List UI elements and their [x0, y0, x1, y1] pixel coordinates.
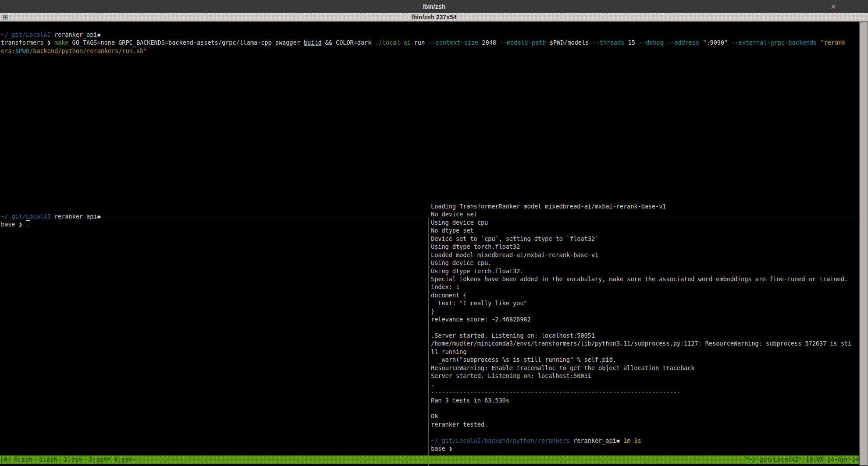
terminal-text-segment: ~/_git/LocalAI: [1, 213, 51, 220]
terminal-text-segment: --external-grpc-backends: [731, 39, 817, 46]
terminal-line: base ❯: [431, 445, 858, 452]
terminal-text-segment: No device set: [431, 211, 477, 218]
terminal-line: .: [431, 380, 858, 388]
terminal-line: ~/_git/LocalAI reranker_api✱: [1, 31, 860, 39]
terminal-text-segment: _warn("subprocess %s is still running" %…: [431, 356, 616, 363]
terminal-text-segment: index: 1: [431, 283, 459, 290]
terminal-line: Loading TransformerRanker model mixedbre…: [431, 202, 858, 210]
terminal-text-segment: document {: [431, 292, 466, 299]
terminal-text-segment: "rerank: [821, 39, 846, 46]
terminal-text-segment: /home/mudler/miniconda3/envs/transformer…: [431, 340, 851, 347]
terminal-line: document {: [431, 291, 858, 299]
terminal-text-segment: ✱: [97, 213, 100, 220]
terminal-text-segment: base: [431, 445, 449, 452]
terminal-text-segment: Using device cpu: [431, 219, 488, 226]
terminal-line: ResourceWarning: Enable tracemalloc to g…: [431, 364, 858, 372]
scrollbar-thumb[interactable]: [860, 22, 868, 465]
terminal-line: [431, 428, 858, 436]
tab-bar: ⊞ /bin/zsh 237x54: [0, 13, 868, 21]
terminal-text-segment: }: [431, 308, 434, 315]
terminal-text-segment: Ran 3 tests in 63.530s: [431, 397, 509, 404]
terminal-text-segment: ":9090": [699, 39, 731, 46]
terminal-line: _warn("subprocess %s is still running" %…: [431, 356, 858, 364]
terminal-window: /bin/zsh ✕ ⊞ /bin/zsh 237x54 ~/_git/Loca…: [0, 0, 868, 466]
terminal-line: ers:$PWD/backend/python/rerankers/run.sh…: [1, 47, 860, 55]
tmux-pane-bottom-right[interactable]: Loading TransformerRanker model mixedbre…: [431, 197, 858, 461]
terminal-text-segment: --address: [667, 39, 699, 46]
terminal-text-segment: reranker tested.: [431, 421, 488, 428]
terminal-text-segment: GO_TAGS=none GRPC_BACKENDS=backend-asset…: [68, 39, 303, 46]
terminal-line: Server started. Listening on: localhost:…: [431, 372, 858, 380]
terminal-text-segment: reranker_api: [51, 213, 97, 220]
terminal-text-segment: --context-size: [428, 39, 478, 46]
terminal-text-segment: [620, 437, 623, 444]
tmux-status-right: "~/_git/LocalAI" 19:05 24-Apr-24: [745, 455, 859, 464]
terminal-text-segment: $PWD: [15, 47, 30, 54]
terminal-text-segment: OK: [431, 413, 438, 420]
terminal-line: Using device cpu.: [431, 259, 858, 267]
terminal-line: Using device cpu: [431, 219, 858, 226]
terminal-text-segment: --threads: [592, 39, 624, 46]
window-title: /bin/zsh: [423, 3, 445, 10]
terminal-text-segment: $PWD/models: [546, 39, 593, 46]
window-titlebar: /bin/zsh ✕: [0, 0, 868, 13]
terminal-line: [431, 404, 858, 412]
terminal-line: No dtype set: [431, 226, 858, 234]
terminal-line: relevance_score: -2.46826982: [431, 315, 858, 323]
terminal-text-segment: Device set to `cpu`, setting dtype to `f…: [431, 235, 598, 242]
terminal-text-segment: base: [1, 221, 19, 228]
terminal-line: Device set to `cpu`, setting dtype to `f…: [431, 235, 858, 243]
terminal-text-segment: ~/_git/LocalAI/backend/python/rerankers: [431, 437, 570, 444]
tmux-pane-bottom-left[interactable]: ~/_git/LocalAI reranker_api✱base ❯: [0, 197, 428, 466]
terminal-text-segment: /backend/python/rerankers/run.sh": [29, 47, 147, 54]
terminal-line: }: [431, 307, 858, 315]
terminal-line: ~/_git/LocalAI/backend/python/rerankers …: [431, 437, 858, 445]
terminal-text-segment: text: "I really like you": [431, 300, 527, 307]
terminal-text-segment: ✱: [97, 31, 100, 38]
terminal-line: ----------------------------------------…: [431, 388, 858, 396]
terminal-line: Using dtype torch.float32: [431, 243, 858, 251]
terminal-line: OK: [431, 412, 858, 420]
terminal-text-segment: 1m 3s: [623, 437, 641, 444]
terminal-line: /home/mudler/miniconda3/envs/transformer…: [431, 339, 858, 347]
terminal-area: ~/_git/LocalAI reranker_api✱transformers…: [0, 21, 859, 455]
terminal-text-segment: reranker_api: [51, 31, 97, 38]
window-grid-icon[interactable]: ⊞: [2, 14, 9, 21]
terminal-line: Loaded model mixedbread-ai/mxbai-rerank-…: [431, 251, 858, 259]
pane-border-vertical[interactable]: [428, 218, 429, 466]
terminal-line: ~/_git/LocalAI reranker_api✱: [1, 212, 428, 220]
terminal-line: No device set: [431, 210, 858, 218]
close-icon[interactable]: ✕: [828, 1, 839, 12]
tmux-status-bar: [0] 0:zsh 1:zsh 2:zsh 3:zsh* 4:zsh- "~/_…: [0, 455, 859, 464]
terminal-line: Special tokens have been added in the vo…: [431, 275, 858, 283]
scrollbar[interactable]: [859, 21, 868, 466]
terminal-text-segment: No dtype set: [431, 227, 474, 234]
terminal-text-segment: run: [411, 39, 429, 46]
terminal-text-segment: ❯: [19, 221, 26, 228]
terminal-text-segment: 15: [624, 39, 639, 46]
terminal-line: reranker tested.: [431, 420, 858, 428]
terminal-text-segment: build: [304, 39, 322, 46]
terminal-text-segment: 2048: [478, 39, 500, 46]
terminal-text-segment: relevance_score: -2.46826982: [431, 316, 531, 323]
tab-label: /bin/zsh 237x54: [412, 14, 457, 21]
terminal-line: Ran 3 tests in 63.530s: [431, 396, 858, 404]
terminal-text-segment: ./local-ai: [375, 39, 410, 46]
terminal-text-segment: [817, 39, 820, 46]
terminal-text-segment: ❯: [449, 445, 452, 452]
terminal-line: base ❯: [1, 220, 428, 228]
terminal-text-segment: --debug: [639, 39, 664, 46]
terminal-text-segment: ResourceWarning: Enable tracemalloc to g…: [431, 364, 694, 371]
terminal-text-segment: && COLOR=dark: [322, 39, 375, 46]
tmux-pane-top[interactable]: ~/_git/LocalAI reranker_api✱transformers…: [0, 21, 860, 205]
terminal-text-segment: ----------------------------------------…: [431, 388, 680, 395]
terminal-line: ll running: [431, 348, 858, 356]
terminal-line: .Server started. Listening on: localhost…: [431, 332, 858, 339]
terminal-text-segment: ers:: [1, 47, 15, 54]
terminal-line: text: "I really like you": [431, 299, 858, 307]
terminal-text-segment: --models-path: [500, 39, 546, 46]
tmux-window-list[interactable]: [0] 0:zsh 1:zsh 2:zsh 3:zsh* 4:zsh-: [0, 455, 135, 464]
terminal-text-segment: Loading TransformerRanker model mixedbre…: [431, 203, 666, 210]
terminal-text-segment: ❯: [47, 39, 54, 46]
terminal-line: index: 1: [431, 283, 858, 291]
